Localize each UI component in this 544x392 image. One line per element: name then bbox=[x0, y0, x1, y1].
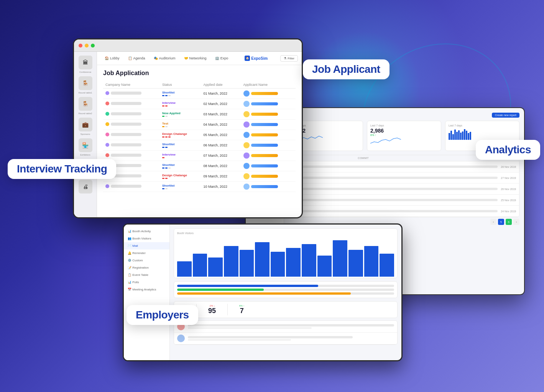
applied-date: 01 March, 2022 bbox=[201, 89, 241, 99]
progress-dot bbox=[162, 188, 164, 189]
applied-date: 02 March, 2022 bbox=[201, 99, 241, 109]
tablet-sidebar-event-table[interactable]: 📋 Event Table bbox=[124, 271, 169, 279]
row-text bbox=[302, 199, 498, 201]
table-row: Shortlist 01 March, 2022 bbox=[103, 89, 296, 99]
applied-date: 06 March, 2022 bbox=[201, 140, 241, 151]
stat-card-2: Last 7 days 2,986 8% ↑ bbox=[367, 121, 441, 151]
create-report-button[interactable]: Create new report bbox=[492, 113, 519, 118]
tablet-sidebar-booth-visitors[interactable]: 👥 Booth Visitors bbox=[124, 235, 169, 242]
job-applicant-label-bubble: Job Applicant bbox=[303, 59, 390, 79]
progress-dot bbox=[165, 136, 168, 138]
nav-tab-networking[interactable]: 🤝 Networking bbox=[180, 55, 210, 62]
tablet-avatar bbox=[177, 335, 185, 342]
progress-dots bbox=[162, 105, 199, 107]
nav-tab-agenda[interactable]: 📋 Agenda bbox=[124, 55, 149, 62]
sidebar-icon-exhibitors[interactable]: 🏪 bbox=[79, 138, 92, 152]
sidebar-label-sponsors: Sponsors bbox=[81, 133, 90, 135]
tablet-sidebar-booth-activity[interactable]: 📊 Booth Activity bbox=[124, 228, 169, 235]
company-pill bbox=[105, 143, 141, 147]
row-date: 26 Nov 2019 bbox=[501, 188, 516, 190]
progress-dot bbox=[165, 95, 168, 96]
company-dot bbox=[105, 143, 109, 147]
row-date: 25 Nov 2019 bbox=[501, 199, 516, 202]
tablet-sidebar-reminder[interactable]: 🔔 Reminder bbox=[124, 249, 169, 257]
applicant-bar bbox=[251, 144, 278, 147]
sidebar-label-exhibitors: Exhibitors bbox=[80, 154, 90, 156]
tablet-row-info bbox=[188, 324, 394, 329]
tablet-table-row bbox=[174, 321, 397, 333]
sidebar-icon-conference[interactable]: 🏛 bbox=[79, 56, 92, 69]
company-dot bbox=[105, 112, 109, 116]
minimize-button[interactable] bbox=[85, 44, 89, 48]
tablet-sidebar-registration[interactable]: 📝 Registration bbox=[124, 264, 169, 271]
chart-bar bbox=[380, 254, 394, 277]
applied-date: 05 March, 2022 bbox=[201, 130, 241, 140]
company-bar bbox=[111, 185, 141, 188]
tablet-sidebar-custom[interactable]: ⚙️ Custom bbox=[124, 257, 169, 264]
applicant-cell bbox=[243, 121, 293, 128]
progress-dots bbox=[162, 157, 199, 158]
applied-date: 08 March, 2022 bbox=[201, 161, 241, 171]
table-header: Campany Name Status Applied date Applica… bbox=[103, 81, 296, 89]
applied-date: 04 March, 2022 bbox=[201, 120, 241, 130]
row-date: 24 Nov 2019 bbox=[501, 210, 516, 213]
applicant-avatar bbox=[243, 153, 250, 159]
table-row: 28 Nov 2019 bbox=[289, 161, 519, 172]
progress-dot bbox=[165, 147, 168, 148]
tablet-main: Booth Visitors bbox=[170, 225, 401, 360]
sidebar-icon-sponsors[interactable]: 💼 bbox=[79, 118, 92, 131]
page-6[interactable]: 6 bbox=[506, 219, 512, 225]
progress-dots bbox=[162, 167, 199, 169]
company-bar bbox=[111, 112, 141, 115]
applicant-avatar bbox=[243, 101, 250, 107]
applicant-bar bbox=[251, 185, 278, 188]
close-button[interactable] bbox=[79, 44, 82, 48]
col-company-name: Campany Name bbox=[103, 81, 160, 89]
applicant-avatar bbox=[243, 142, 250, 148]
progress-dots bbox=[162, 188, 199, 189]
progress-dots bbox=[162, 95, 199, 96]
maximize-button[interactable] bbox=[91, 44, 95, 48]
status-design: Design Chalange bbox=[162, 174, 199, 177]
nav-tab-auditorium[interactable]: 🎭 Auditorium bbox=[150, 55, 179, 62]
applied-date: 03 March, 2022 bbox=[201, 109, 241, 120]
nav-tab-expo[interactable]: 🏢 Expo bbox=[211, 55, 232, 62]
tablet-sidebar-mail[interactable]: ✉️ Mail bbox=[124, 242, 169, 249]
stat-value-2: 95 bbox=[208, 307, 216, 315]
page-prev[interactable]: ‹ bbox=[490, 219, 496, 225]
filter-button[interactable]: ⚗ Filter bbox=[280, 55, 298, 62]
employers-label-bubble: Employers bbox=[127, 305, 198, 325]
row-text bbox=[302, 166, 498, 168]
chart-bar bbox=[364, 246, 379, 277]
page-next[interactable]: › bbox=[513, 219, 519, 225]
applied-date: 07 March, 2022 bbox=[201, 151, 241, 161]
nav-tab-lobby[interactable]: 🏠 Lobby bbox=[101, 55, 123, 62]
tablet-sidebar-polls[interactable]: 📊 Polls bbox=[124, 279, 169, 286]
applicant-cell bbox=[243, 163, 293, 169]
app-layout: 🏛 Conference 🪑 Round table1 🪑 Round tabl… bbox=[74, 52, 302, 217]
col-applicant-name: Applicant Name bbox=[241, 81, 296, 89]
progress-dots bbox=[162, 136, 199, 138]
applicant-cell bbox=[243, 142, 293, 148]
page-5[interactable]: 5 bbox=[498, 219, 504, 225]
sidebar-icon-roundtable2[interactable]: 🪑 bbox=[79, 97, 92, 111]
col-applied-date: Applied date bbox=[201, 81, 241, 89]
progress-dot bbox=[165, 126, 168, 127]
table-row: Design Chalange 05 March, 2022 bbox=[103, 130, 296, 140]
company-pill bbox=[105, 153, 141, 157]
progress-dot bbox=[162, 105, 164, 107]
main-laptop: 🏛 Conference 🪑 Round table1 🪑 Round tabl… bbox=[73, 38, 311, 230]
company-bar bbox=[111, 123, 141, 126]
applicant-avatar bbox=[243, 132, 250, 138]
tablet-sidebar-meeting-analytics[interactable]: 📅 Meeting Analytics bbox=[124, 286, 169, 293]
applicant-cell bbox=[243, 153, 293, 159]
applicant-cell bbox=[243, 184, 293, 190]
sidebar-icon-print[interactable]: 🖨 bbox=[79, 180, 92, 194]
table-row: Shortlist 08 March, 2022 bbox=[103, 161, 296, 171]
analytics-header: Create new report bbox=[289, 113, 519, 118]
tablet-user-table bbox=[174, 320, 398, 345]
company-pill bbox=[105, 91, 141, 95]
progress-bar-blue bbox=[177, 285, 318, 287]
sidebar-icon-roundtable1[interactable]: 🪑 bbox=[79, 76, 92, 90]
tablet-row-info bbox=[188, 336, 394, 341]
